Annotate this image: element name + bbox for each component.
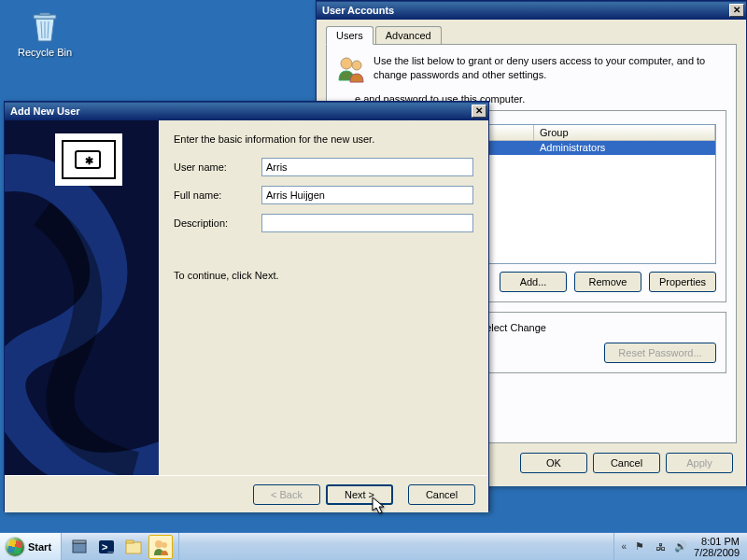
cancel-button[interactable]: Cancel xyxy=(593,453,660,473)
network-icon[interactable]: 🖧 xyxy=(653,539,668,554)
fullname-label: Full name: xyxy=(174,189,261,201)
wizard-sidebar: ✱ xyxy=(5,120,159,475)
svg-text:>_: >_ xyxy=(102,541,114,553)
remove-button[interactable]: Remove xyxy=(574,272,641,292)
tray-expand-icon[interactable]: « xyxy=(622,541,627,552)
ql-user-accounts[interactable] xyxy=(148,535,173,559)
clock-time: 8:01 PM xyxy=(694,536,740,547)
row-group: Administrators xyxy=(540,142,710,154)
tab-advanced[interactable]: Advanced xyxy=(375,26,442,44)
ql-explorer[interactable] xyxy=(121,535,146,559)
svg-rect-8 xyxy=(73,543,86,553)
volume-icon[interactable]: 🔊 xyxy=(673,539,688,554)
system-tray: « ⚑ 🖧 🔊 8:01 PM 7/28/2009 xyxy=(613,533,748,561)
ok-button[interactable]: OK xyxy=(520,453,587,473)
description-field[interactable] xyxy=(261,214,473,232)
start-button[interactable]: Start xyxy=(0,533,62,561)
close-icon[interactable]: ✕ xyxy=(729,4,744,17)
col-group[interactable]: Group xyxy=(534,125,715,140)
ql-powershell[interactable]: >_ xyxy=(94,535,119,559)
user-accounts-titlebar[interactable]: User Accounts ✕ xyxy=(317,1,746,20)
wizard-card-icon: ✱ xyxy=(55,133,122,186)
username-field[interactable] xyxy=(261,158,473,176)
add-button[interactable]: Add... xyxy=(500,272,567,292)
clock-date: 7/28/2009 xyxy=(694,547,740,558)
start-label: Start xyxy=(28,541,51,553)
reset-password-button: Reset Password... xyxy=(604,343,716,363)
recycle-bin-icon xyxy=(26,7,63,45)
next-button[interactable]: Next > xyxy=(326,484,393,505)
svg-rect-13 xyxy=(126,540,134,543)
add-new-user-window: Add New User ✕ ✱ Enter the basic informa… xyxy=(4,101,489,511)
ql-server-manager[interactable] xyxy=(67,535,92,559)
close-icon[interactable]: ✕ xyxy=(472,105,486,118)
properties-button[interactable]: Properties xyxy=(649,272,716,292)
svg-point-4 xyxy=(352,61,361,70)
users-icon xyxy=(336,54,366,84)
apply-button: Apply xyxy=(666,453,733,473)
user-accounts-title: User Accounts xyxy=(322,5,729,16)
windows-logo-icon xyxy=(6,538,24,556)
wizard-titlebar[interactable]: Add New User ✕ xyxy=(5,102,488,120)
svg-text:✱: ✱ xyxy=(85,155,93,166)
wizard-instruction: Enter the basic information for the new … xyxy=(174,133,473,145)
svg-point-14 xyxy=(155,540,162,548)
intro-text: Use the list below to grant or deny user… xyxy=(374,54,726,84)
quick-launch: >_ xyxy=(62,533,179,561)
svg-point-15 xyxy=(162,542,167,548)
wizard-cancel-button[interactable]: Cancel xyxy=(408,484,475,505)
back-button: < Back xyxy=(253,484,320,505)
wizard-title: Add New User xyxy=(10,105,472,117)
svg-point-3 xyxy=(341,58,352,69)
recycle-bin-label: Recycle Bin xyxy=(17,47,73,58)
wizard-continue-text: To continue, click Next. xyxy=(174,270,473,281)
taskbar: Start >_ « ⚑ 🖧 🔊 8:01 PM 7/28/2009 xyxy=(0,532,747,560)
flag-icon[interactable]: ⚑ xyxy=(632,539,647,554)
tab-users-label: Users xyxy=(336,30,363,41)
username-label: User name: xyxy=(174,161,261,173)
desktop-icon-recycle-bin[interactable]: Recycle Bin xyxy=(17,7,73,58)
svg-rect-12 xyxy=(126,542,141,553)
tab-users[interactable]: Users xyxy=(326,26,374,45)
description-label: Description: xyxy=(174,217,261,229)
tab-advanced-label: Advanced xyxy=(386,30,431,41)
fullname-field[interactable] xyxy=(261,186,473,204)
clock[interactable]: 8:01 PM 7/28/2009 xyxy=(694,536,740,558)
user-accounts-tabs: Users Advanced xyxy=(326,26,737,45)
svg-rect-9 xyxy=(73,540,86,543)
